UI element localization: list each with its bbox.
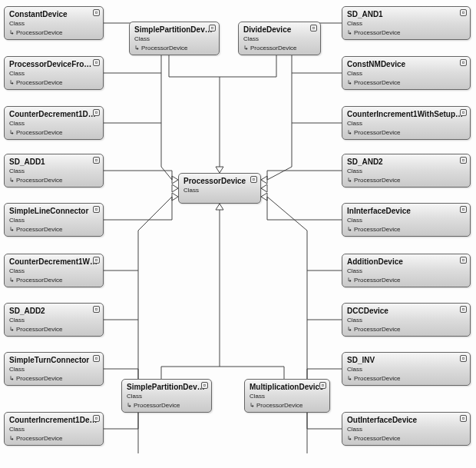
node-left-0[interactable]: ConstantDevice Class ↳ProcessorDevice ¤ bbox=[4, 6, 104, 40]
arrow-icon: ↳ bbox=[9, 435, 15, 443]
node-processor-device[interactable]: ProcessorDevice Class ¤ bbox=[178, 173, 261, 204]
node-rel: ↳ProcessorDevice bbox=[134, 45, 214, 52]
collapse-icon[interactable]: ¤ bbox=[93, 9, 100, 16]
parent-rel-text: ProcessorDevice bbox=[354, 129, 400, 136]
node-left-6[interactable]: SD_ADD2 Class ↳ProcessorDevice ¤ bbox=[4, 303, 104, 337]
collapse-icon[interactable]: ¤ bbox=[460, 355, 467, 362]
node-title: SimpleLineConnector bbox=[9, 207, 98, 216]
arrow-icon: ↳ bbox=[9, 129, 15, 137]
collapse-icon[interactable]: ¤ bbox=[460, 157, 467, 164]
collapse-icon[interactable]: ¤ bbox=[93, 355, 100, 362]
node-right-5[interactable]: AdditionDevice Class ↳ProcessorDevice ¤ bbox=[342, 254, 471, 287]
parent-rel-text: ProcessorDevice bbox=[16, 129, 62, 136]
arrow-icon: ↳ bbox=[347, 129, 352, 137]
node-left-7[interactable]: SimpleTurnConnector Class ↳ProcessorDevi… bbox=[4, 352, 104, 386]
node-rel: ↳ProcessorDevice bbox=[347, 435, 465, 443]
collapse-icon[interactable]: ¤ bbox=[250, 176, 257, 183]
collapse-icon[interactable]: ¤ bbox=[93, 206, 100, 213]
parent-rel-text: ProcessorDevice bbox=[354, 375, 400, 382]
parent-rel-text: ProcessorDevice bbox=[354, 435, 400, 442]
collapse-icon[interactable]: ¤ bbox=[460, 59, 467, 66]
collapse-icon[interactable]: ¤ bbox=[201, 382, 208, 389]
parent-rel-text: ProcessorDevice bbox=[141, 45, 187, 51]
node-right-2[interactable]: CounterIncrement1WithSetupDevice Class ↳… bbox=[342, 106, 471, 140]
node-stereo: Class bbox=[134, 35, 214, 43]
node-rel: ↳ProcessorDevice bbox=[9, 375, 98, 383]
svg-marker-2 bbox=[172, 184, 178, 192]
collapse-icon[interactable]: ¤ bbox=[209, 25, 216, 32]
svg-line-15 bbox=[267, 197, 307, 231]
arrow-icon: ↳ bbox=[134, 45, 140, 52]
node-right-8[interactable]: OutInterfaceDevice Class ↳ProcessorDevic… bbox=[342, 412, 471, 446]
collapse-icon[interactable]: ¤ bbox=[93, 257, 100, 264]
collapse-icon[interactable]: ¤ bbox=[460, 415, 467, 422]
svg-marker-5 bbox=[172, 193, 178, 201]
node-title: SD_AND2 bbox=[347, 158, 465, 167]
arrow-icon: ↳ bbox=[127, 402, 132, 410]
node-rel: ↳ProcessorDevice bbox=[347, 129, 465, 137]
node-title: InInterfaceDevice bbox=[347, 207, 465, 216]
node-left-8[interactable]: CounterIncrement1Device Class ↳Processor… bbox=[4, 412, 104, 446]
node-left-4[interactable]: SimpleLineConnector Class ↳ProcessorDevi… bbox=[4, 203, 104, 237]
node-title: SimpleTurnConnector bbox=[9, 356, 98, 365]
collapse-icon[interactable]: ¤ bbox=[93, 415, 100, 422]
collapse-icon[interactable]: ¤ bbox=[93, 109, 100, 116]
node-right-4[interactable]: InInterfaceDevice Class ↳ProcessorDevice… bbox=[342, 203, 471, 237]
node-title: ConstNMDevice bbox=[347, 60, 465, 69]
node-rel: ↳ProcessorDevice bbox=[9, 226, 98, 234]
collapse-icon[interactable]: ¤ bbox=[319, 382, 326, 389]
arrow-icon: ↳ bbox=[347, 277, 352, 284]
collapse-icon[interactable]: ¤ bbox=[460, 257, 467, 264]
node-title: DivideDevice bbox=[243, 25, 316, 35]
collapse-icon[interactable]: ¤ bbox=[460, 206, 467, 213]
arrow-icon: ↳ bbox=[347, 326, 352, 334]
node-rel: ↳ProcessorDevice bbox=[347, 29, 465, 37]
collapse-icon[interactable]: ¤ bbox=[93, 306, 100, 313]
node-title: CounterDecrement1Device bbox=[9, 110, 98, 119]
parent-rel-text: ProcessorDevice bbox=[256, 402, 302, 409]
collapse-icon[interactable]: ¤ bbox=[460, 109, 467, 116]
node-rel: ↳ProcessorDevice bbox=[9, 129, 98, 137]
node-right-6[interactable]: DCCDevice Class ↳ProcessorDevice ¤ bbox=[342, 303, 471, 337]
arrow-icon: ↳ bbox=[347, 226, 352, 234]
collapse-icon[interactable]: ¤ bbox=[93, 157, 100, 164]
node-top-0[interactable]: SimplePartitionDevice1 Class ↳ProcessorD… bbox=[129, 22, 220, 55]
collapse-icon[interactable]: ¤ bbox=[93, 59, 100, 66]
parent-rel-text: ProcessorDevice bbox=[16, 435, 62, 442]
node-rel: ↳ProcessorDevice bbox=[9, 326, 98, 334]
arrow-icon: ↳ bbox=[347, 435, 352, 443]
node-left-1[interactable]: ProcessorDeviceFromFile Class ↳Processor… bbox=[4, 56, 104, 90]
node-right-1[interactable]: ConstNMDevice Class ↳ProcessorDevice ¤ bbox=[342, 56, 471, 90]
arrow-icon: ↳ bbox=[347, 177, 352, 184]
parent-rel-text: ProcessorDevice bbox=[354, 277, 400, 284]
node-stereo: Class bbox=[9, 217, 98, 224]
parent-rel-text: ProcessorDevice bbox=[354, 177, 400, 184]
arrow-icon: ↳ bbox=[9, 177, 15, 184]
node-bottom-1[interactable]: MultiplicationDevice Class ↳ProcessorDev… bbox=[244, 379, 330, 413]
node-left-3[interactable]: SD_ADD1 Class ↳ProcessorDevice ¤ bbox=[4, 154, 104, 188]
node-left-2[interactable]: CounterDecrement1Device Class ↳Processor… bbox=[4, 106, 104, 140]
arrow-icon: ↳ bbox=[243, 45, 249, 52]
node-right-7[interactable]: SD_INV Class ↳ProcessorDevice ¤ bbox=[342, 352, 471, 386]
node-bottom-0[interactable]: SimplePartitionDevice2 Class ↳ProcessorD… bbox=[121, 379, 212, 413]
node-title: OutInterfaceDevice bbox=[347, 416, 465, 425]
node-rel: ↳ProcessorDevice bbox=[9, 79, 98, 87]
parent-rel-text: ProcessorDevice bbox=[250, 45, 296, 51]
node-right-0[interactable]: SD_AND1 Class ↳ProcessorDevice ¤ bbox=[342, 6, 471, 40]
node-title: ProcessorDeviceFromFile bbox=[9, 60, 98, 69]
node-left-5[interactable]: CounterDecrement1With... Class ↳Processo… bbox=[4, 254, 104, 287]
node-title: CounterIncrement1Device bbox=[9, 416, 98, 425]
node-stereo: Class bbox=[9, 20, 98, 28]
node-right-3[interactable]: SD_AND2 Class ↳ProcessorDevice ¤ bbox=[342, 154, 471, 188]
collapse-icon[interactable]: ¤ bbox=[310, 25, 317, 32]
arrow-icon: ↳ bbox=[9, 226, 15, 234]
svg-marker-6 bbox=[261, 176, 267, 184]
node-title: SimplePartitionDevice2 bbox=[127, 383, 207, 392]
parent-rel-text: ProcessorDevice bbox=[354, 226, 400, 233]
node-title: SD_ADD1 bbox=[9, 158, 98, 167]
svg-line-11 bbox=[138, 197, 172, 231]
node-top-1[interactable]: DivideDevice Class ↳ProcessorDevice ¤ bbox=[238, 22, 321, 55]
collapse-icon[interactable]: ¤ bbox=[460, 9, 467, 16]
collapse-icon[interactable]: ¤ bbox=[460, 306, 467, 313]
node-rel: ↳ProcessorDevice bbox=[9, 177, 98, 184]
